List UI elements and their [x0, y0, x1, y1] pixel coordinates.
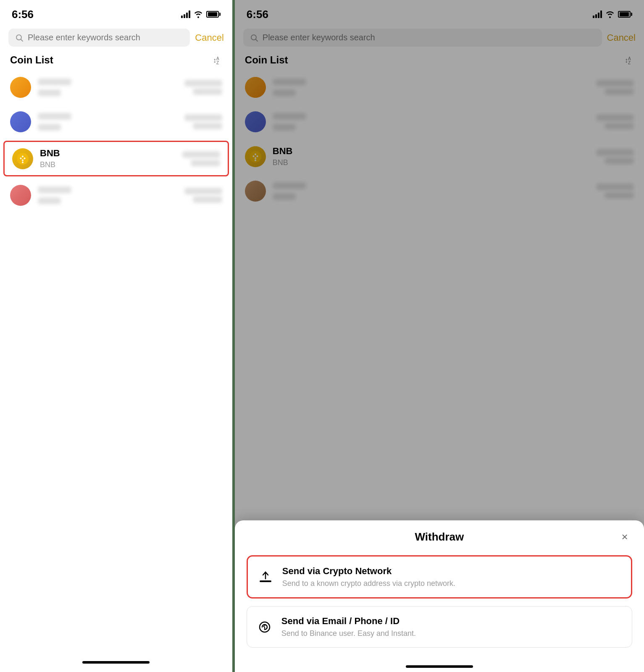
- bnb-name: BNB: [40, 148, 176, 159]
- crypto-option-content: Send via Crypto Network Send to a known …: [282, 566, 623, 588]
- bnb-value: [182, 151, 220, 166]
- right-time: 6:56: [247, 8, 268, 21]
- coin-ticker-blurred: [273, 89, 296, 96]
- left-status-icons: [181, 10, 221, 18]
- coin-icon-pink: [10, 185, 31, 206]
- coin-value: [184, 80, 222, 95]
- coin-ticker-blurred: [38, 197, 61, 204]
- withdraw-bottom-sheet: Withdraw × Send via Crypto Network Send …: [235, 520, 644, 672]
- svg-line-7: [255, 39, 258, 41]
- bnb-amount-blurred: [596, 149, 634, 156]
- right-sort-icon[interactable]: ↕ A Z: [624, 55, 634, 65]
- coin-price-blurred: [193, 88, 222, 95]
- coin-price-blurred: [193, 123, 222, 129]
- send-via-email-option[interactable]: Send via Email / Phone / ID Send to Bina…: [247, 606, 632, 648]
- coin-ticker-blurred: [273, 193, 296, 200]
- coin-value: [596, 114, 634, 129]
- coin-info: [273, 182, 589, 200]
- bnb-amount-blurred: [182, 151, 220, 158]
- list-item[interactable]: [235, 105, 644, 139]
- svg-text:Z: Z: [628, 60, 631, 65]
- left-panel: 6:56: [0, 0, 232, 672]
- left-coin-list-header: Coin List ↕ A Z: [0, 50, 232, 70]
- sheet-header: Withdraw ×: [247, 530, 632, 543]
- coin-icon-blue: [245, 111, 266, 132]
- coin-info: [38, 113, 178, 131]
- coin-value: [596, 80, 634, 95]
- coin-ticker-blurred: [38, 89, 61, 96]
- left-search-input[interactable]: [28, 33, 183, 42]
- coin-info: [273, 113, 589, 131]
- coin-value: [184, 188, 222, 203]
- list-item[interactable]: [235, 70, 644, 105]
- bnb-icon-right: [245, 146, 266, 167]
- list-item[interactable]: [235, 174, 644, 208]
- coin-amount-blurred: [184, 114, 222, 121]
- left-search-wrapper[interactable]: [8, 29, 190, 47]
- coin-name-blurred: [38, 79, 71, 85]
- coin-amount-blurred: [184, 80, 222, 87]
- bnb-coin-item[interactable]: BNB BNB: [3, 141, 229, 176]
- left-status-bar: 6:56: [0, 0, 232, 25]
- right-search-bar: Cancel: [235, 25, 644, 50]
- left-coin-list: BNB BNB: [0, 70, 232, 657]
- left-search-icon: [15, 34, 24, 42]
- coin-price-blurred: [193, 196, 222, 203]
- battery-icon: [206, 11, 221, 18]
- wifi-icon: [194, 10, 203, 18]
- bnb-coin-item-right[interactable]: BNB BNB: [235, 139, 644, 174]
- sheet-title: Withdraw: [415, 530, 464, 543]
- left-sort-icon[interactable]: ↕ A Z: [212, 55, 222, 65]
- bnb-info-right: BNB BNB: [273, 146, 589, 167]
- sheet-close-button[interactable]: ×: [617, 530, 632, 545]
- coin-name-blurred: [38, 186, 71, 193]
- coin-name-blurred: [273, 113, 306, 120]
- coin-icon-orange: [10, 77, 31, 98]
- signal-icon: [181, 10, 190, 18]
- svg-text:↕: ↕: [213, 57, 216, 64]
- bnb-ticker: BNB: [40, 160, 176, 169]
- right-search-input[interactable]: [263, 33, 595, 42]
- coin-icon-orange: [245, 77, 266, 98]
- right-cancel-button[interactable]: Cancel: [607, 32, 636, 43]
- email-option-desc: Send to Binance user. Easy and Instant.: [281, 629, 623, 638]
- coin-value: [596, 184, 634, 199]
- bnb-info: BNB BNB: [40, 148, 176, 169]
- svg-rect-13: [260, 580, 271, 582]
- crypto-option-title: Send via Crypto Network: [282, 566, 623, 577]
- right-coin-list-title: Coin List: [245, 54, 288, 66]
- bnb-name-right: BNB: [273, 146, 589, 157]
- email-phone-icon: [255, 618, 274, 636]
- coin-value: [184, 114, 222, 129]
- coin-info: [273, 79, 589, 96]
- coin-icon-brown: [245, 181, 266, 202]
- coin-ticker-blurred: [273, 124, 296, 131]
- send-via-crypto-option[interactable]: Send via Crypto Network Send to a known …: [247, 555, 632, 598]
- right-search-icon: [250, 34, 258, 42]
- crypto-network-icon: [256, 568, 275, 586]
- email-option-title: Send via Email / Phone / ID: [281, 616, 623, 627]
- list-item[interactable]: [0, 178, 232, 213]
- svg-point-15: [264, 625, 265, 626]
- list-item[interactable]: [0, 105, 232, 139]
- left-search-bar: Cancel: [0, 25, 232, 50]
- left-home-indicator: [82, 661, 150, 664]
- bnb-value-right: [596, 149, 634, 164]
- coin-name-blurred: [38, 113, 71, 120]
- coin-icon-blue: [10, 111, 31, 132]
- coin-info: [38, 186, 178, 204]
- coin-amount-blurred: [596, 114, 634, 121]
- list-item[interactable]: [0, 70, 232, 105]
- coin-amount-blurred: [184, 188, 222, 194]
- bnb-icon: [12, 148, 33, 169]
- crypto-option-desc: Send to a known crypto address via crypt…: [282, 579, 623, 588]
- signal-icon: [593, 10, 602, 18]
- coin-amount-blurred: [596, 184, 634, 190]
- coin-price-blurred: [605, 123, 634, 129]
- svg-line-1: [21, 39, 23, 41]
- right-coin-list-header: Coin List ↕ A Z: [235, 50, 644, 70]
- left-cancel-button[interactable]: Cancel: [195, 32, 223, 43]
- bnb-price-blurred: [191, 160, 220, 166]
- coin-name-blurred: [273, 79, 306, 85]
- right-search-wrapper[interactable]: [243, 29, 602, 47]
